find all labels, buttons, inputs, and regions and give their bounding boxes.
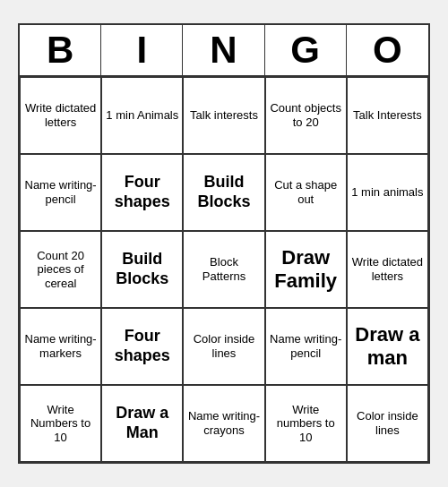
- bingo-cell-9: 1 min animals: [347, 154, 428, 231]
- bingo-cell-text-4: Talk Interests: [353, 108, 422, 123]
- bingo-cell-24: Color inside lines: [347, 385, 428, 462]
- bingo-cell-text-18: Name writing- pencil: [270, 332, 342, 360]
- bingo-cell-text-10: Count 20 pieces of cereal: [24, 249, 97, 291]
- bingo-header: BINGO: [20, 25, 428, 77]
- bingo-cell-17: Color inside lines: [183, 308, 264, 385]
- bingo-cell-text-22: Name writing- crayons: [187, 409, 260, 437]
- bingo-cell-text-15: Name writing- markers: [24, 332, 97, 360]
- bingo-cell-text-3: Count objects to 20: [270, 101, 342, 129]
- bingo-cell-text-2: Talk interests: [190, 108, 258, 123]
- bingo-card: BINGO Write dictated letters1 min Animal…: [18, 23, 430, 464]
- bingo-cell-7: Build Blocks: [183, 154, 264, 231]
- bingo-cell-text-11: Build Blocks: [106, 250, 178, 288]
- bingo-cell-15: Name writing- markers: [20, 308, 101, 385]
- bingo-cell-11: Build Blocks: [101, 231, 183, 308]
- bingo-cell-2: Talk interests: [183, 77, 264, 154]
- bingo-cell-22: Name writing- crayons: [183, 385, 264, 462]
- bingo-cell-text-24: Color inside lines: [351, 409, 424, 437]
- bingo-cell-text-9: 1 min animals: [351, 185, 423, 200]
- bingo-cell-21: Draw a Man: [101, 385, 183, 462]
- bingo-cell-text-19: Draw a man: [351, 323, 424, 371]
- bingo-cell-4: Talk Interests: [347, 77, 428, 154]
- bingo-cell-13: Draw Family: [265, 231, 347, 308]
- bingo-cell-text-5: Name writing- pencil: [24, 178, 97, 206]
- bingo-cell-14: Write dictated letters: [347, 231, 428, 308]
- bingo-cell-1: 1 min Animals: [101, 77, 183, 154]
- bingo-cell-text-21: Draw a Man: [106, 404, 178, 442]
- bingo-cell-text-0: Write dictated letters: [24, 101, 97, 129]
- bingo-cell-18: Name writing- pencil: [265, 308, 347, 385]
- bingo-cell-5: Name writing- pencil: [20, 154, 101, 231]
- bingo-cell-16: Four shapes: [101, 308, 183, 385]
- bingo-cell-3: Count objects to 20: [265, 77, 347, 154]
- header-letter-i: I: [101, 25, 183, 75]
- bingo-cell-23: Write numbers to 10: [265, 385, 347, 462]
- bingo-cell-19: Draw a man: [347, 308, 428, 385]
- bingo-cell-text-1: 1 min Animals: [106, 108, 178, 123]
- bingo-cell-12: Block Patterns: [183, 231, 264, 308]
- header-letter-b: B: [20, 25, 101, 75]
- header-letter-g: G: [265, 25, 347, 75]
- bingo-cell-6: Four shapes: [101, 154, 183, 231]
- bingo-cell-text-14: Write dictated letters: [351, 255, 424, 283]
- bingo-cell-text-6: Four shapes: [106, 173, 178, 211]
- bingo-cell-0: Write dictated letters: [20, 77, 101, 154]
- bingo-cell-text-16: Four shapes: [106, 327, 178, 365]
- bingo-cell-text-8: Cut a shape out: [270, 178, 342, 206]
- header-letter-n: N: [183, 25, 264, 75]
- bingo-cell-text-23: Write numbers to 10: [270, 403, 342, 445]
- bingo-grid: Write dictated letters1 min AnimalsTalk …: [20, 77, 428, 462]
- bingo-cell-text-7: Build Blocks: [187, 173, 260, 211]
- bingo-cell-text-20: Write Numbers to 10: [24, 403, 97, 445]
- header-letter-o: O: [347, 25, 428, 75]
- bingo-cell-8: Cut a shape out: [265, 154, 347, 231]
- bingo-cell-text-17: Color inside lines: [187, 332, 260, 360]
- bingo-cell-10: Count 20 pieces of cereal: [20, 231, 101, 308]
- bingo-cell-20: Write Numbers to 10: [20, 385, 101, 462]
- bingo-cell-text-13: Draw Family: [270, 246, 342, 294]
- bingo-cell-text-12: Block Patterns: [187, 255, 260, 283]
